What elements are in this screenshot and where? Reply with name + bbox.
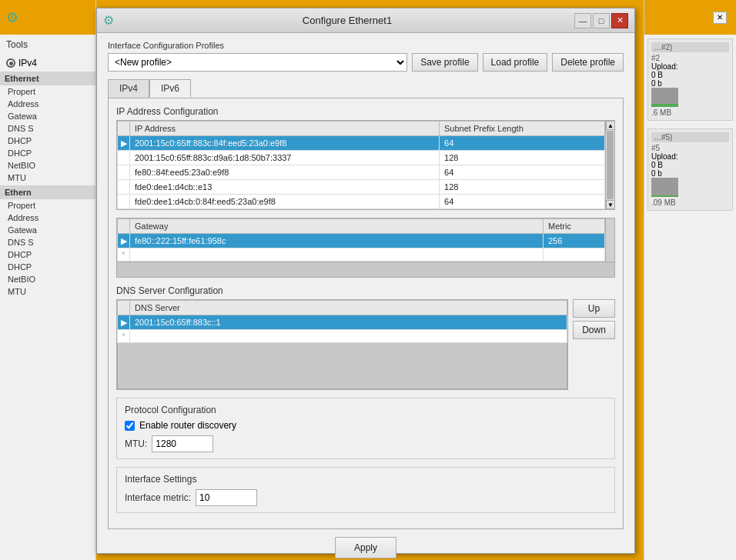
interface-metric-row: Interface metric: (125, 489, 607, 506)
gw-row-0[interactable]: ▶ fe80::222:15ff:fe61:958c 256 (118, 234, 605, 248)
eth-item-mtu1[interactable]: MTU (0, 172, 95, 184)
mtu-input[interactable] (152, 435, 213, 452)
gw-new-arrow: * (118, 248, 130, 262)
eth2-item-dhcp2[interactable]: DHCP (0, 261, 95, 273)
ip-scroll-down[interactable]: ▼ (606, 200, 615, 209)
eth-item-dhcp2[interactable]: DHCP (0, 147, 95, 159)
eth-item-property[interactable]: Propert (0, 85, 95, 98)
load-profile-button[interactable]: Load profile (483, 53, 548, 72)
eth-item-gateway[interactable]: Gatewa (0, 110, 95, 122)
tab-ipv6-content: IP Address Configuration IP Address Subn… (108, 98, 624, 529)
gw-new-metric (544, 248, 605, 262)
eth2-item-gateway[interactable]: Gatewa (0, 224, 95, 236)
eth-item-dns[interactable]: DNS S (0, 122, 95, 135)
profile-section-label: Interface Configuration Profiles (108, 41, 624, 50)
profile-select[interactable]: <New profile> (108, 53, 407, 72)
interface-metric-label: Interface metric: (125, 492, 191, 503)
ip-arrow-1 (118, 151, 130, 165)
ip-col-address: IP Address (130, 122, 440, 136)
gw-new-row[interactable]: * (118, 248, 605, 262)
eth2-item-netbios[interactable]: NetBIO (0, 273, 95, 285)
eth2-item-dhcp1[interactable]: DHCP (0, 248, 95, 261)
eth2-item-dns[interactable]: DNS S (0, 236, 95, 248)
ip-prefix-0: 64 (440, 136, 605, 151)
gw-table-scrollbar[interactable] (605, 218, 614, 262)
delete-profile-button[interactable]: Delete profile (552, 53, 624, 72)
ipv4-radio[interactable] (6, 58, 15, 68)
ip-prefix-2: 64 (440, 165, 605, 180)
eth2-item-mtu2[interactable]: MTU (0, 285, 95, 298)
profile-row: <New profile> Save profile Load profile … (108, 53, 624, 72)
ip-address-1: 2001:15c0:65ff:883c:d9a6:1d8:50b7:3337 (130, 151, 440, 165)
ip-address-2: fe80::84f:eed5:23a0:e9f8 (130, 165, 440, 180)
dns-down-button[interactable]: Down (573, 321, 615, 339)
stat-bar-container-1 (651, 88, 678, 107)
dialog-gear-icon: ⚙ (103, 13, 114, 28)
dns-new-row[interactable]: * (118, 330, 567, 343)
stat-bar-fill-1 (651, 104, 678, 107)
tab-ipv4[interactable]: IPv4 (108, 79, 149, 98)
eth-item-address[interactable]: Address (0, 98, 95, 110)
ip-arrow-2 (118, 165, 130, 180)
stat-val-1b: 0 b (651, 79, 729, 88)
ip-scroll-up[interactable]: ▲ (606, 121, 615, 130)
stat-group-1-title: …#2) (651, 42, 729, 52)
gateway-section: Gateway Metric ▶ fe80::222:15ff:fe61:958… (116, 218, 615, 278)
ip-col-arrow (118, 122, 130, 136)
save-profile-button[interactable]: Save profile (412, 53, 477, 72)
title-bar: ⚙ Configure Ethernet1 — □ ✕ (97, 8, 634, 33)
eth-section-1: Ethernet Propert Address Gatewa DNS S DH… (0, 72, 95, 184)
apply-button[interactable]: Apply (335, 537, 396, 558)
eth2-item-property[interactable]: Propert (0, 199, 95, 212)
ip-row-2[interactable]: fe80::84f:eed5:23a0:e9f8 64 (118, 165, 605, 180)
dns-buttons: Up Down (573, 299, 615, 390)
ip-row-1[interactable]: 2001:15c0:65ff:883c:d9a6:1d8:50b7:3337 1… (118, 151, 605, 165)
close-button[interactable]: ✕ (611, 13, 628, 28)
stat-val-2a: 0 B (651, 161, 729, 169)
eth2-item-address[interactable]: Address (0, 212, 95, 224)
ipv4-label: IPv4 (18, 58, 37, 68)
profile-section: Interface Configuration Profiles <New pr… (108, 41, 624, 72)
background-left-panel: ⚙ Tools IPv4 Ethernet Propert Address Ga… (0, 0, 96, 560)
right-panel-close-btn[interactable]: ✕ (713, 12, 727, 24)
eth-item-dhcp1[interactable]: DHCP (0, 135, 95, 147)
gw-col-metric: Metric (544, 219, 605, 234)
ip-arrow-0: ▶ (118, 136, 130, 151)
dns-up-button[interactable]: Up (573, 299, 615, 318)
dns-row-0[interactable]: ▶ 2001:15c0:65ff:883c::1 (118, 315, 567, 330)
right-panel: ✕ …#2) #2 Upload: 0 B 0 b .6 MB …#5) #5 … (644, 0, 736, 560)
ip-address-0: 2001:15c0:65ff:883c:84f:eed5:23a0:e9f8 (130, 136, 440, 151)
dns-table-wrapper: DNS Server ▶ 2001:15c0:65ff:883c::1 * (116, 299, 568, 390)
maximize-button[interactable]: □ (593, 13, 610, 28)
stat-upload-1: #2 (651, 54, 729, 62)
ip-address-section: IP Address Configuration IP Address Subn… (116, 106, 615, 210)
right-panel-header: ✕ (644, 0, 736, 35)
tools-label: Tools (6, 39, 28, 50)
ip-arrow-4 (118, 195, 130, 209)
dns-server-0: 2001:15c0:65ff:883c::1 (130, 315, 567, 330)
eth-item-netbios[interactable]: NetBIO (0, 159, 95, 172)
minimize-button[interactable]: — (574, 13, 591, 28)
eth-section-2-title: Ethern (0, 185, 95, 199)
ip-scroll-thumb[interactable] (607, 131, 614, 199)
eth-section-1-title: Ethernet (0, 72, 95, 85)
interface-metric-input[interactable] (196, 489, 257, 506)
ip-row-0[interactable]: ▶ 2001:15c0:65ff:883c:84f:eed5:23a0:e9f8… (118, 136, 605, 151)
gw-new-gateway (130, 248, 544, 262)
stat-bar-container-2 (651, 178, 678, 197)
ip-col-prefix: Subnet Prefix Length (440, 122, 605, 136)
gateway-footer (116, 262, 615, 278)
ip-prefix-1: 128 (440, 151, 605, 165)
ip-table-inner: IP Address Subnet Prefix Length ▶ 2001:1… (117, 121, 605, 209)
ip-row-4[interactable]: fde0:dee1:d4cb:0:84f:eed5:23a0:e9f8 64 (118, 195, 605, 209)
ip-table-scrollbar[interactable]: ▲ ▼ (605, 121, 614, 209)
dns-new-arrow: * (118, 330, 130, 343)
enable-router-discovery-checkbox[interactable] (125, 421, 135, 431)
ip-row-3[interactable]: fde0:dee1:d4cb::e13 128 (118, 180, 605, 195)
title-bar-controls: — □ ✕ (574, 13, 628, 28)
tab-ipv6[interactable]: IPv6 (149, 79, 191, 98)
gw-col-arrow (118, 219, 130, 234)
dns-section-title: DNS Server Configuration (116, 285, 615, 296)
stat-bar-fill-2 (651, 195, 678, 198)
gateway-table: Gateway Metric ▶ fe80::222:15ff:fe61:958… (117, 218, 605, 262)
